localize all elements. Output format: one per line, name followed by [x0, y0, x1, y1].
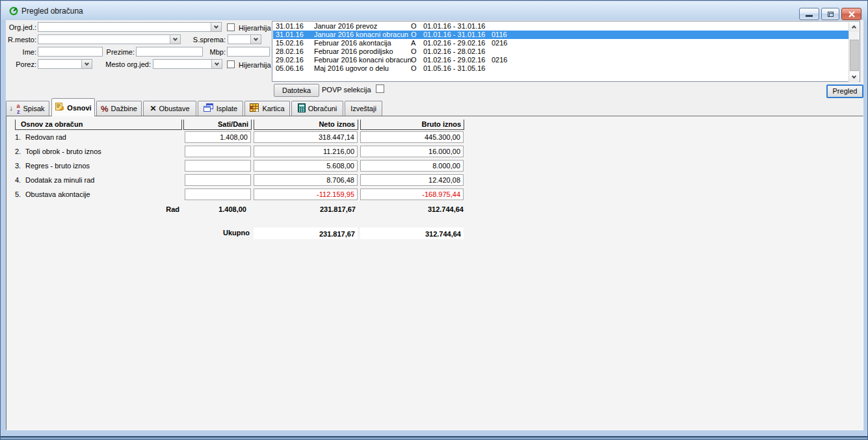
list-item[interactable]: 15.02.16 Februar 2016 akontacija A 01.02… [273, 39, 849, 47]
hijerarhija-top-checkbox[interactable] [227, 23, 235, 31]
neto-iznos-field[interactable]: 8.706,48 [254, 174, 358, 186]
item-code: 0216 [492, 56, 507, 64]
percent-icon: % [101, 104, 109, 114]
minimize-button[interactable] [799, 8, 819, 20]
s-sprema-combobox[interactable] [228, 34, 261, 44]
restore-icon [828, 12, 834, 17]
item-period: 01.05.16 - 31.05.16 [423, 64, 485, 73]
restore-button[interactable] [821, 8, 839, 20]
neto-iznos-field[interactable]: 11.216,00 [254, 146, 358, 157]
hijerarhija-bottom-checkbox[interactable] [227, 60, 235, 68]
mesto-org-jed-combobox[interactable] [153, 59, 222, 69]
list-item-selected[interactable]: 31.01.16 Januar 2016 konacni obracun O 0… [273, 31, 849, 39]
chevron-down-icon[interactable] [250, 35, 261, 44]
tab-dazbine[interactable]: % Dažbine [96, 101, 142, 116]
rad-total-label: Rad [131, 204, 179, 214]
prezime-input[interactable] [136, 47, 203, 57]
neto-iznos-field[interactable]: 5.608,00 [254, 160, 358, 172]
rad-total-bruto: 312.744,64 [360, 204, 464, 214]
chevron-down-icon[interactable] [211, 23, 221, 31]
pregled-button[interactable]: Pregled [826, 84, 863, 98]
neto-iznos-field[interactable]: -112.159,95 [254, 188, 358, 200]
list-scrollbar[interactable] [848, 22, 859, 82]
row-number: 1. [15, 131, 24, 143]
rad-total-sati: 1.408,00 [185, 204, 246, 214]
tab-kartica[interactable]: Kartica [244, 101, 290, 116]
bruto-iznos-field[interactable]: -168.975,44 [360, 188, 464, 200]
tab-osnovi[interactable]: Osnovi [51, 98, 95, 116]
row-label: Topli obrok - bruto iznos [25, 146, 101, 157]
tab-label: Obustave [159, 105, 189, 112]
tab-spisak[interactable]: ↓ a z Spisak [6, 101, 49, 116]
close-icon [848, 11, 855, 18]
sati-dani-field[interactable]: 1.408,00 [185, 131, 251, 143]
tab-isplate[interactable]: Isplate [198, 101, 243, 116]
r-mesto-label: R.mesto: [6, 36, 36, 44]
r-mesto-combobox[interactable] [38, 34, 181, 44]
tab-izvestaji[interactable]: Izveštaji [345, 101, 382, 116]
scroll-down-button[interactable] [849, 72, 859, 82]
item-period: 01.02.16 - 29.02.16 [423, 56, 485, 64]
bruto-iznos-field[interactable]: 12.420,08 [360, 174, 464, 186]
sati-dani-field[interactable] [185, 146, 251, 157]
povp-selekcija-checkbox[interactable] [376, 84, 384, 93]
item-code: 0216 [492, 39, 507, 47]
chevron-down-icon[interactable] [211, 60, 222, 68]
rad-total-row: Rad 1.408,00 231.817,67 312.744,64 [1, 204, 586, 216]
neto-iznos-field[interactable]: 318.447,14 [254, 131, 358, 143]
tab-obracuni[interactable]: Obračuni [291, 101, 343, 116]
tab-label: Isplate [217, 105, 237, 112]
chevron-down-icon[interactable] [81, 60, 92, 68]
list-item[interactable]: 28.02.16 Februar 2016 porodiljsko O 01.0… [273, 47, 849, 56]
org-jed-combobox[interactable] [38, 22, 222, 32]
tab-label: Kartica [262, 105, 284, 112]
ime-input[interactable] [38, 47, 103, 57]
notepad-icon [55, 102, 64, 113]
sati-dani-field[interactable] [185, 160, 251, 172]
bruto-iznos-field[interactable]: 8.000,00 [360, 160, 464, 172]
table-row: 2. Topli obrok - bruto iznos 11.216,00 1… [1, 146, 586, 157]
chevron-down-icon [852, 73, 856, 78]
arrow-down-icon: ↓ [9, 104, 13, 112]
bruto-iznos-field[interactable]: 16.000,00 [360, 146, 464, 157]
hijerarhija-bottom-label: Hijerarhija [239, 61, 271, 69]
tab-obustave[interactable]: ✕ Obustave [143, 101, 196, 116]
scroll-up-button[interactable] [849, 22, 859, 32]
header-neto-iznos: Neto iznos [254, 120, 358, 130]
datoteka-button[interactable]: Datoteka [274, 84, 319, 97]
item-name: Februar 2016 porodiljsko [314, 47, 393, 56]
list-item[interactable]: 05.06.16 Maj 2016 ugovor o delu O 01.05.… [273, 64, 849, 73]
item-name: Februar 2016 konacni obracun [314, 56, 412, 64]
tab-label: Dažbine [111, 105, 137, 112]
item-period: 01.02.16 - 29.02.16 [423, 39, 485, 47]
table-row: 3. Regres - bruto iznos 5.608,00 8.000,0… [1, 160, 586, 172]
list-item[interactable]: 31.01.16 Januar 2016 prevoz O 01.01.16 -… [273, 22, 849, 31]
item-date: 28.02.16 [276, 47, 304, 56]
sati-dani-field[interactable] [185, 188, 251, 200]
row-label: Dodatak za minuli rad [25, 174, 94, 186]
item-type: O [411, 47, 417, 56]
ukupno-total-bruto: 312.744,64 [360, 227, 464, 239]
row-number: 3. [15, 160, 24, 172]
item-period: 01.02.16 - 28.02.16 [423, 47, 485, 56]
minimize-icon [806, 15, 813, 17]
bruto-iznos-field[interactable]: 445.300,00 [360, 131, 464, 143]
item-name: Januar 2016 konacni obracun [314, 31, 408, 39]
list-item[interactable]: 29.02.16 Februar 2016 konacni obracun O … [273, 56, 849, 64]
chevron-down-icon[interactable] [170, 35, 180, 44]
titlebar[interactable]: Pregled obračuna [1, 1, 868, 20]
row-number: 4. [15, 174, 24, 186]
hijerarhija-top-label: Hijerarhija [239, 24, 271, 32]
chevron-up-icon [852, 25, 856, 30]
close-button[interactable] [841, 8, 861, 20]
mbp-input[interactable] [227, 47, 270, 57]
window-bottom-shadow [1, 437, 868, 440]
window-title: Pregled obračuna [21, 6, 83, 16]
org-jed-label: Org.jed.: [6, 23, 36, 31]
porez-combobox[interactable] [38, 59, 92, 69]
row-label: Obustava akontacije [25, 188, 90, 200]
row-number: 2. [15, 146, 24, 157]
scrollbar-thumb[interactable] [850, 40, 859, 71]
item-code: 0116 [492, 31, 507, 39]
sati-dani-field[interactable] [185, 174, 251, 186]
